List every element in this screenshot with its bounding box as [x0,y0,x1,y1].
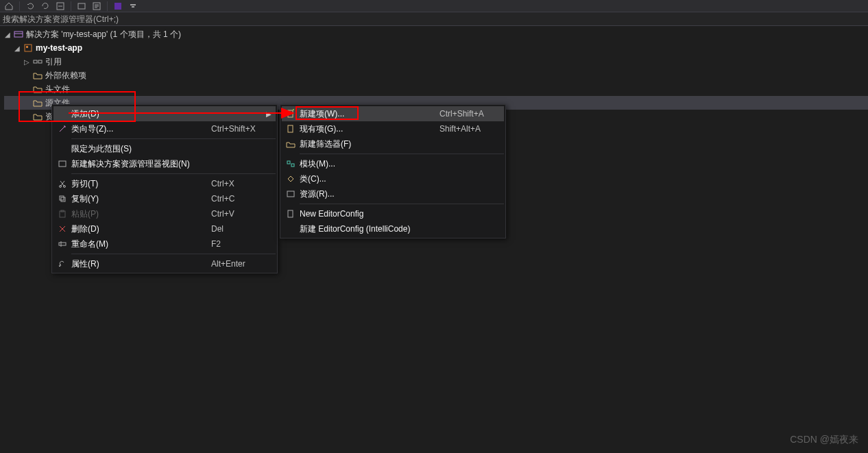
menu-delete[interactable]: 删除(D) Del [53,221,276,236]
project-label: my-test-app [36,43,82,53]
external-deps-node[interactable]: 外部依赖项 [4,69,868,82]
menu-copy[interactable]: 复制(Y) Ctrl+C [53,191,276,206]
expand-arrow-icon[interactable]: ◢ [14,45,21,52]
menu-label: 模块(M)... [300,158,439,170]
menu-label: 粘贴(P) [71,208,211,220]
svg-rect-10 [38,60,42,63]
solution-node[interactable]: ◢ 解决方案 'my-test-app' (1 个项目，共 1 个) [4,27,868,41]
context-menu: 添加(D) ▶ 类向导(Z)... Ctrl+Shift+X 限定为此范围(S)… [51,104,278,273]
svg-rect-8 [26,46,28,48]
shortcut: Ctrl+Shift+A [439,109,494,119]
menu-module[interactable]: 模块(M)... [282,156,504,171]
copy-icon [53,194,71,204]
search-solution-explorer[interactable]: 搜索解决方案资源管理器(Ctrl+;) [0,12,868,26]
shortcut: F2 [211,239,266,249]
menu-label: 属性(R) [71,258,211,270]
menu-label: 资源(R)... [300,188,439,200]
menu-label: 限定为此范围(S) [71,143,211,155]
menu-label: New EditorConfig [300,209,439,219]
svg-rect-20 [288,125,293,132]
sync-icon[interactable] [25,1,35,11]
expand-arrow-icon[interactable]: ▷ [23,58,30,66]
shortcut: Ctrl+Shift+X [211,124,266,134]
solution-explorer-toolbar [0,0,868,12]
filter-icon[interactable] [128,1,138,11]
menu-paste: 粘贴(P) Ctrl+V [53,206,276,221]
headers-label: 头文件 [45,84,70,95]
preview-icon[interactable] [113,1,123,11]
menu-new-view[interactable]: 新建解决方案资源管理器视图(N) [53,156,276,171]
svg-rect-15 [61,197,65,201]
menu-existing-item[interactable]: 现有项(G)... Shift+Alt+A [282,121,504,136]
menu-label: 剪切(T) [71,178,211,190]
headers-node[interactable]: 头文件 [4,82,868,96]
menu-label: 类向导(Z)... [71,123,211,135]
menu-new-filter[interactable]: 新建筛选器(F) [282,136,504,151]
svg-rect-5 [132,6,134,8]
submenu-arrow-icon: ▶ [266,110,276,118]
delete-icon [53,224,71,234]
menu-new-item[interactable]: 新建项(W)... Ctrl+Shift+A [282,106,504,121]
menu-separator [300,204,504,204]
svg-rect-18 [59,243,66,245]
folder-icon [33,84,43,94]
expand-arrow-icon[interactable]: ◢ [4,31,11,38]
existing-item-icon [282,124,300,134]
file-icon [282,209,300,219]
separator-icon [71,1,71,11]
class-icon [282,174,300,184]
menu-label: 添加(D) [71,108,211,120]
menu-class-wizard[interactable]: 类向导(Z)... Ctrl+Shift+X [53,121,276,136]
menu-properties[interactable]: 属性(R) Alt+Enter [53,256,276,271]
wizard-icon [53,124,71,134]
resource-icon [282,189,300,199]
paste-icon [53,209,71,219]
menu-label: 复制(Y) [71,193,211,205]
menu-class[interactable]: 类(C)... [282,171,504,186]
svg-rect-11 [59,161,66,167]
references-node[interactable]: ▷ 引用 [4,55,868,69]
properties-icon[interactable] [92,1,101,11]
menu-editorconfig-intellicode[interactable]: 新建 EditorConfig (IntelliCode) [282,221,504,236]
menu-label: 重命名(M) [71,238,211,250]
svg-rect-6 [14,32,23,37]
wrench-icon [53,259,71,269]
menu-label: 新建筛选器(F) [300,138,439,150]
menu-new-editorconfig[interactable]: New EditorConfig [282,206,504,221]
menu-rename[interactable]: 重命名(M) F2 [53,236,276,252]
search-placeholder: 搜索解决方案资源管理器(Ctrl+;) [3,14,119,24]
shortcut: Del [211,224,266,234]
svg-rect-23 [287,191,294,197]
menu-label: 新建 EditorConfig (IntelliCode) [300,223,439,235]
svg-rect-3 [114,3,121,10]
svg-rect-1 [78,3,85,9]
showall-icon[interactable] [77,1,86,11]
collapse-icon[interactable] [56,1,65,11]
references-icon [33,57,43,66]
folder-icon [33,112,43,121]
project-icon [23,43,33,53]
refresh-icon[interactable] [40,1,50,11]
shortcut: Shift+Alt+A [439,124,494,134]
project-node[interactable]: ◢ my-test-app [4,41,868,55]
menu-separator [71,173,276,174]
svg-rect-14 [60,196,64,200]
svg-rect-22 [291,164,294,167]
menu-add[interactable]: 添加(D) ▶ [53,106,276,121]
shortcut: Alt+Enter [211,259,266,269]
menu-separator [300,154,504,154]
menu-label: 现有项(G)... [300,123,439,135]
cut-icon [53,179,71,188]
view-icon [53,159,71,169]
menu-resource[interactable]: 资源(R)... [282,186,504,201]
references-label: 引用 [45,56,62,68]
menu-cut[interactable]: 剪切(T) Ctrl+X [53,176,276,191]
menu-label: 类(C)... [300,173,439,185]
home-icon[interactable] [4,1,14,11]
svg-rect-24 [288,210,293,217]
svg-rect-19 [288,110,293,117]
separator-icon [107,1,108,11]
new-item-icon [282,109,300,119]
menu-scope[interactable]: 限定为此范围(S) [53,141,276,156]
rename-icon [53,239,71,249]
